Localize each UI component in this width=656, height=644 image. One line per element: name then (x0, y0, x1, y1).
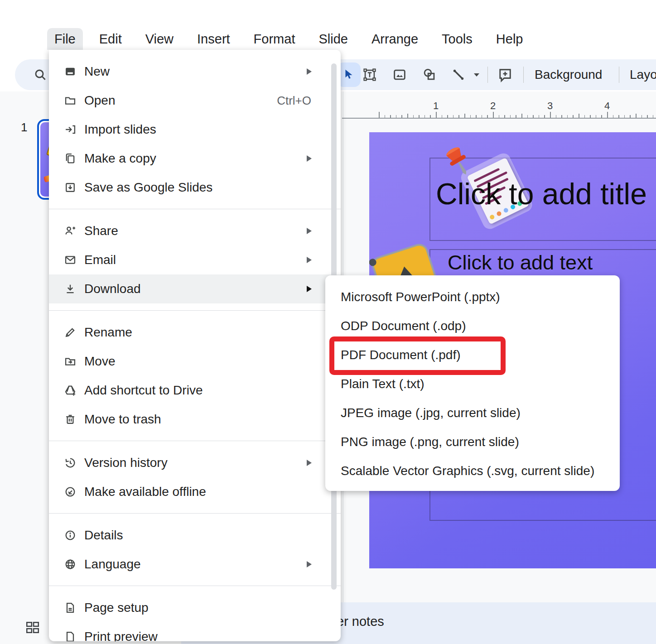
globe-icon (63, 557, 77, 571)
rename-pencil-icon (63, 326, 77, 339)
speaker-notes-placeholder-text[interactable]: er notes (337, 614, 384, 629)
menu-divider (49, 209, 341, 209)
menu-item-open[interactable]: Open Ctrl+O (49, 86, 341, 115)
menu-item-add-shortcut-to-drive[interactable]: Add shortcut to Drive (49, 376, 341, 405)
submenu-item-label: Plain Text (.txt) (341, 377, 424, 391)
submenu-item-jpeg[interactable]: JPEG image (.jpg, current slide) (325, 399, 620, 428)
download-icon (63, 282, 77, 296)
menu-divider (49, 310, 341, 311)
ruler-tick (499, 115, 500, 118)
menu-item-label: Version history (84, 456, 168, 470)
ruler-tick (430, 115, 431, 118)
menu-item-import-slides[interactable]: Import slides (49, 115, 341, 144)
submenu-item-png[interactable]: PNG image (.png, current slide) (325, 428, 620, 457)
menu-item-label: Move to trash (84, 412, 161, 427)
menu-format[interactable]: Format (246, 28, 303, 50)
submenu-item-label: JPEG image (.jpg, current slide) (341, 406, 521, 420)
line-dropdown-caret-icon[interactable] (473, 72, 480, 77)
email-icon (63, 253, 77, 267)
menu-item-share[interactable]: Share (49, 216, 341, 245)
menu-item-save-as-google-slides[interactable]: Save as Google Slides (49, 173, 341, 202)
ruler-tick (521, 114, 522, 118)
menu-view[interactable]: View (138, 28, 181, 50)
toolbar-divider (487, 67, 488, 83)
insert-shape-icon[interactable] (422, 67, 437, 82)
menu-item-label: New (84, 64, 110, 79)
ruler-tick (544, 115, 545, 118)
copy-icon (63, 152, 77, 165)
ruler-tick (613, 115, 614, 118)
shortcut-label: Ctrl+O (277, 94, 311, 108)
menu-item-details[interactable]: Details (49, 521, 341, 550)
file-menu-panel: New Open Ctrl+O Import slides Make a cop… (49, 50, 341, 641)
menu-tools[interactable]: Tools (434, 28, 480, 50)
page-setup-icon (63, 601, 77, 615)
toolbar-divider (523, 67, 524, 83)
menu-arrange[interactable]: Arrange (364, 28, 425, 50)
ruler-tick (539, 115, 540, 118)
submenu-arrow-icon (307, 155, 312, 162)
ruler-tick (636, 114, 637, 118)
submenu-item-label: Scalable Vector Graphics (.svg, current … (341, 464, 594, 478)
menu-item-version-history[interactable]: Version history (49, 448, 341, 477)
ruler-tick (642, 115, 642, 118)
menu-item-move[interactable]: Move (49, 347, 341, 376)
menu-item-rename[interactable]: Rename (49, 318, 341, 347)
menu-edit[interactable]: Edit (92, 28, 129, 50)
menu-item-label: Share (84, 224, 118, 238)
ruler-tick (653, 115, 654, 118)
submenu-item-pptx[interactable]: Microsoft PowerPoint (.pptx) (325, 283, 620, 312)
menu-item-make-available-offline[interactable]: Make available offline (49, 477, 341, 506)
slide-body-placeholder-text[interactable]: Click to add text (448, 251, 593, 274)
ruler-tick (470, 115, 471, 118)
menu-item-label: Make a copy (84, 151, 156, 166)
menu-help[interactable]: Help (489, 28, 531, 50)
ruler-tick (442, 115, 443, 118)
ruler-tick (561, 115, 562, 118)
ruler-tick (476, 115, 477, 118)
ruler-tick (407, 114, 408, 118)
text-box-tool-icon[interactable] (362, 67, 377, 82)
menu-item-print-preview[interactable]: Print preview (49, 622, 341, 641)
menu-item-label: Import slides (84, 122, 156, 137)
ruler-tick (618, 115, 619, 118)
submenu-item-label: PNG image (.png, current slide) (341, 435, 519, 449)
menu-item-email[interactable]: Email (49, 245, 341, 274)
ruler-number: 3 (547, 100, 553, 112)
drive-add-shortcut-icon (63, 384, 77, 397)
slide-title-placeholder-text[interactable]: Click to add title (436, 177, 647, 211)
submenu-item-svg[interactable]: Scalable Vector Graphics (.svg, current … (325, 457, 620, 485)
menu-item-label: Add shortcut to Drive (84, 383, 203, 398)
insert-image-icon[interactable] (392, 67, 407, 82)
menu-slide[interactable]: Slide (311, 28, 355, 50)
menu-item-label: Save as Google Slides (84, 180, 212, 195)
menu-item-page-setup[interactable]: Page setup (49, 593, 341, 622)
ruler-tick (401, 115, 402, 118)
insert-line-icon[interactable] (451, 67, 466, 82)
menu-item-download[interactable]: Download (49, 274, 341, 303)
menu-item-label: Open (84, 93, 116, 108)
background-button[interactable]: Background (535, 59, 602, 90)
submenu-arrow-icon (307, 286, 312, 292)
menu-item-label: Details (84, 528, 123, 543)
layout-button[interactable]: Layout (630, 59, 656, 90)
insert-comment-icon[interactable] (497, 67, 513, 83)
menu-item-new[interactable]: New (49, 57, 341, 86)
menu-item-make-a-copy[interactable]: Make a copy (49, 144, 341, 173)
ruler-tick (607, 112, 608, 118)
menu-item-move-to-trash[interactable]: Move to trash (49, 405, 341, 434)
menu-divider (49, 586, 341, 586)
menu-file[interactable]: File (47, 28, 83, 50)
ruler-tick (510, 115, 511, 118)
ruler-tick (487, 115, 488, 118)
search-icon[interactable] (33, 67, 48, 82)
ruler-tick (516, 115, 516, 118)
menu-item-language[interactable]: Language (49, 550, 341, 579)
ruler-tick (556, 115, 557, 118)
trash-icon (63, 413, 77, 426)
ruler-tick (647, 115, 648, 118)
ruler-tick (424, 115, 425, 118)
grid-view-icon[interactable] (25, 620, 40, 635)
menu-insert[interactable]: Insert (190, 28, 237, 50)
ruler-tick (413, 115, 414, 118)
